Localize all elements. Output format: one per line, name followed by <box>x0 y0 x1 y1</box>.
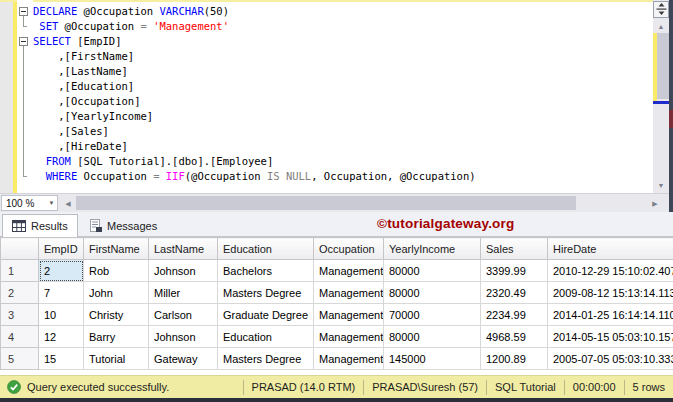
code-line[interactable]: DECLARE @Occupation VARCHAR(50) <box>33 4 649 19</box>
grid-cell[interactable]: 4968.59 <box>481 326 548 348</box>
status-info-group: PRASAD (14.0 RTM) PRASAD\Suresh (57) SQL… <box>243 376 673 398</box>
grid-cell[interactable]: Education <box>218 326 314 348</box>
grid-cell[interactable]: Gateway <box>149 348 218 370</box>
code-token: (@Occupation <box>185 170 267 182</box>
grid-cell[interactable]: Barry <box>84 326 149 348</box>
grid-cell[interactable]: 145000 <box>384 348 481 370</box>
grid-column-header[interactable]: EmpID <box>39 238 84 260</box>
scroll-up-arrow[interactable]: ▲ <box>653 20 669 33</box>
split-window-handle[interactable] <box>653 1 669 18</box>
grid-cell[interactable]: 12 <box>39 326 84 348</box>
grid-row-number[interactable]: 3 <box>1 304 39 326</box>
code-line[interactable]: ,[YearlyIncome] <box>33 109 649 124</box>
grid-cell[interactable]: 2009-08-12 15:13:14.113 <box>548 282 673 304</box>
code-line[interactable]: ,[FirstName] <box>33 49 649 64</box>
code-token: ,[Occupation] <box>33 95 140 107</box>
grid-column-header[interactable]: FirstName <box>84 238 149 260</box>
tab-messages[interactable]: Messages <box>80 214 166 237</box>
code-token: ,[Education] <box>33 80 134 92</box>
grid-cell[interactable]: Tutorial <box>84 348 149 370</box>
watermark-text: ©tutorialgateway.org <box>377 216 514 231</box>
horizontal-scrollbar[interactable] <box>76 196 639 210</box>
tab-results[interactable]: Results <box>2 214 78 237</box>
grid-cell[interactable]: Christy <box>84 304 149 326</box>
grid-cell[interactable]: 80000 <box>384 260 481 282</box>
table-row: 412BarryJohnsonEducationManagement800004… <box>1 326 673 348</box>
grid-row-number[interactable]: 1 <box>1 260 39 282</box>
grid-cell[interactable]: 80000 <box>384 282 481 304</box>
status-bar: Query executed successfully. PRASAD (14.… <box>0 375 673 398</box>
grid-column-header[interactable]: LastName <box>149 238 218 260</box>
results-grid: EmpIDFirstNameLastNameEducationOccupatio… <box>0 237 673 375</box>
grid-cell[interactable]: Masters Degree <box>218 348 314 370</box>
grid-cell[interactable]: Carlson <box>149 304 218 326</box>
results-table: EmpIDFirstNameLastNameEducationOccupatio… <box>0 237 673 370</box>
grid-cell[interactable]: Johnson <box>149 260 218 282</box>
code-line[interactable]: WHERE Occupation = IIF(@Occupation IS NU… <box>33 169 649 184</box>
zoom-level-dropdown[interactable]: 100 % ▼ <box>1 195 58 211</box>
status-message-group: Query executed successfully. <box>0 380 243 394</box>
grid-cell[interactable]: Rob <box>84 260 149 282</box>
code-token: WHERE <box>46 170 78 182</box>
grid-row-number[interactable]: 2 <box>1 282 39 304</box>
grid-cell[interactable]: 2014-05-15 05:03:10.157 <box>548 326 673 348</box>
grid-column-header[interactable]: Sales <box>481 238 548 260</box>
grid-cell[interactable]: 2005-07-05 05:03:10.333 <box>548 348 673 370</box>
code-token: IS NULL <box>267 170 311 182</box>
grid-cell[interactable]: 3399.99 <box>481 260 548 282</box>
code-line[interactable]: ,[Education] <box>33 79 649 94</box>
code-line[interactable]: ,[HireDate] <box>33 139 649 154</box>
grid-cell[interactable]: 10 <box>39 304 84 326</box>
scroll-down-arrow[interactable]: ▼ <box>653 179 669 192</box>
code-line[interactable]: SELECT [EmpID] <box>33 34 649 49</box>
grid-cell[interactable]: Management <box>314 282 384 304</box>
grid-row-number[interactable]: 5 <box>1 348 39 370</box>
grid-row-number[interactable]: 4 <box>1 326 39 348</box>
grid-cell[interactable]: 7 <box>39 282 84 304</box>
grid-cell[interactable]: Management <box>314 348 384 370</box>
code-token: [EmpID] <box>71 35 122 47</box>
grid-cell[interactable]: 1200.89 <box>481 348 548 370</box>
scroll-left-arrow[interactable]: ◀ <box>62 197 74 210</box>
grid-cell[interactable]: Management <box>314 304 384 326</box>
code-line[interactable]: ,[Sales] <box>33 124 649 139</box>
grid-cell[interactable]: Graduate Degree <box>218 304 314 326</box>
collapse-region-button[interactable] <box>19 37 28 46</box>
collapse-region-button[interactable] <box>19 7 28 16</box>
code-line[interactable]: ,[Occupation] <box>33 94 649 109</box>
grid-column-header[interactable]: Education <box>218 238 314 260</box>
scroll-right-arrow[interactable]: ▶ <box>649 197 661 210</box>
grid-cell[interactable]: 2320.49 <box>481 282 548 304</box>
code-area[interactable]: DECLARE @Occupation VARCHAR(50) SET @Occ… <box>33 4 649 190</box>
window-right-edge <box>669 0 673 212</box>
vertical-scrollbar[interactable]: ▲ ▼ <box>653 0 669 193</box>
grid-column-header[interactable]: Occupation <box>314 238 384 260</box>
zoom-level-value: 100 % <box>2 198 46 209</box>
code-line[interactable]: ,[LastName] <box>33 64 649 79</box>
grid-cell[interactable]: Management <box>314 326 384 348</box>
code-line[interactable]: FROM [SQL Tutorial].[dbo].[Employee] <box>33 154 649 169</box>
grid-cell[interactable]: 2014-01-25 16:14:14.110 <box>548 304 673 326</box>
vertical-scrollbar-thumb[interactable] <box>657 33 669 99</box>
grid-cell[interactable]: Bachelors <box>218 260 314 282</box>
code-token: Occupation <box>77 170 153 182</box>
grid-column-header[interactable]: HireDate <box>548 238 673 260</box>
grid-cell[interactable]: 15 <box>39 348 84 370</box>
code-token: , Occupation, @Occupation) <box>311 170 475 182</box>
grid-cell[interactable]: Masters Degree <box>218 282 314 304</box>
grid-cell[interactable]: 80000 <box>384 326 481 348</box>
grid-cell[interactable]: Management <box>314 260 384 282</box>
grid-cell[interactable]: John <box>84 282 149 304</box>
grid-cell[interactable]: 2 <box>39 260 84 282</box>
horizontal-scrollbar-thumb[interactable] <box>76 196 576 210</box>
grid-corner-header[interactable] <box>1 238 39 260</box>
grid-cell[interactable]: 2010-12-29 15:10:02.407 <box>548 260 673 282</box>
grid-cell[interactable]: 70000 <box>384 304 481 326</box>
grid-cell[interactable]: 2234.99 <box>481 304 548 326</box>
table-row: 310ChristyCarlsonGraduate DegreeManageme… <box>1 304 673 326</box>
grid-cell[interactable]: Johnson <box>149 326 218 348</box>
code-line[interactable]: SET @Occupation = 'Management' <box>33 19 649 34</box>
status-elapsed-time: 00:00:00 <box>565 376 624 398</box>
grid-column-header[interactable]: YearlyIncome <box>384 238 481 260</box>
grid-cell[interactable]: Miller <box>149 282 218 304</box>
